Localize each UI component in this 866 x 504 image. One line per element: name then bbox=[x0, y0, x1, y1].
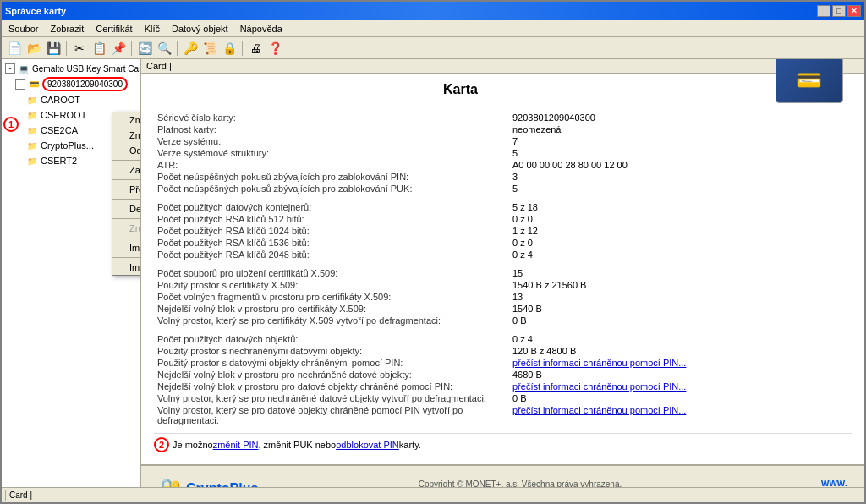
menu-napoveda[interactable]: Nápověda bbox=[235, 22, 288, 36]
read-pin-info-link-2[interactable]: přečíst informaci chráněnou pomocí PIN..… bbox=[512, 381, 686, 392]
main-window: Správce karty _ □ ✕ Soubor Zobrazit Cert… bbox=[0, 0, 866, 504]
table-row: Platnost karty: neomezená bbox=[154, 123, 852, 135]
toolbar: 📄 📂 💾 ✂ 📋 📌 🔄 🔍 🔑 📜 🔒 🖨 ❓ bbox=[2, 37, 864, 59]
tree-icon-cseroot: 📁 bbox=[25, 108, 39, 122]
ctx-odblokovani-pin[interactable]: Odblokování PIN... bbox=[112, 143, 141, 158]
tree-icon-root: 💻 bbox=[17, 62, 30, 75]
card-chip-icon: 💳 bbox=[797, 68, 822, 92]
toolbar-key[interactable]: 🔑 bbox=[181, 39, 200, 58]
unblock-pin-link[interactable]: odblokovat PIN bbox=[336, 440, 399, 450]
tree-root[interactable]: - 💻 Gemalto USB Key Smart Card I bbox=[3, 61, 139, 76]
footer-logo: 🔐 CryptoPlus bbox=[158, 478, 258, 488]
toolbar-sep-1 bbox=[66, 41, 67, 56]
row-value-link-1[interactable]: přečíst informaci chráněnou pomocí PIN..… bbox=[509, 357, 852, 369]
toolbar-cert[interactable]: 📜 bbox=[200, 39, 219, 58]
table-row: Počet použitých RSA klíčů 1536 bitů: 0 z… bbox=[154, 237, 852, 249]
read-pin-info-link-3[interactable]: přečíst informaci chráněnou pomocí PIN..… bbox=[512, 405, 686, 415]
row-label: Počet použitých RSA klíčů 512 bitů: bbox=[154, 213, 509, 225]
tree-node-caroot[interactable]: 📁 CAROOT bbox=[3, 92, 139, 107]
toolbar-paste[interactable]: 📌 bbox=[109, 39, 128, 58]
ctx-defragmentovat[interactable]: Defragmentovat bbox=[112, 201, 141, 216]
toolbar-cut[interactable]: ✂ bbox=[70, 39, 89, 58]
section-gap bbox=[154, 260, 852, 267]
card-image: 💳 bbox=[776, 59, 843, 103]
row-value: 1540 B bbox=[509, 303, 852, 315]
row-value-link-2[interactable]: přečíst informaci chráněnou pomocí PIN..… bbox=[509, 381, 852, 392]
toolbar-print[interactable]: 🖨 bbox=[246, 39, 265, 58]
toolbar-refresh[interactable]: 🔄 bbox=[135, 39, 154, 58]
context-menu: Změna PIN... Změna PUK... Odblokování PI… bbox=[112, 112, 141, 276]
row-value: 0 B bbox=[509, 315, 852, 326]
toolbar-copy[interactable]: 📋 bbox=[90, 39, 108, 58]
menu-certifikat[interactable]: Certifikát bbox=[90, 22, 137, 36]
ctx-sep-4 bbox=[112, 218, 141, 219]
card-title: Karta bbox=[154, 82, 852, 97]
ctx-sep-3 bbox=[112, 199, 141, 200]
row-value: A0 00 00 00 28 80 00 12 00 bbox=[509, 159, 852, 171]
bottom-note: 2 Je možno změnit PIN , změnit PUK nebo … bbox=[154, 433, 852, 456]
footer-logo-suffix: Plus bbox=[230, 481, 259, 488]
row-label: Počet neúspěšných pokusů zbývajících pro… bbox=[154, 183, 509, 194]
row-label: Počet použitých RSA klíčů 1024 bitů: bbox=[154, 225, 509, 237]
row-value-link-3[interactable]: přečíst informaci chráněnou pomocí PIN..… bbox=[509, 404, 852, 426]
toolbar-open[interactable]: 📂 bbox=[25, 39, 43, 58]
toolbar-new[interactable]: 📄 bbox=[5, 39, 24, 58]
ctx-import-datoveho[interactable]: Import datového objektu bbox=[112, 260, 141, 275]
tree-icon-caroot: 📁 bbox=[25, 93, 39, 107]
row-label: Verze systémové struktury: bbox=[154, 147, 509, 159]
toolbar-save[interactable]: 💾 bbox=[44, 39, 63, 58]
row-label: Nejdelší volný blok v prostoru pro certi… bbox=[154, 303, 509, 315]
table-row: Počet použitých datových kontejnerů: 5 z… bbox=[154, 201, 852, 213]
footer-lock-icon: 🔐 bbox=[158, 478, 181, 488]
tree-expand-card[interactable]: - bbox=[15, 79, 25, 90]
table-row: Použitý prostor s datovými objekty chrán… bbox=[154, 357, 852, 369]
row-value: 1540 B z 21560 B bbox=[509, 279, 852, 291]
row-value: 5 bbox=[509, 147, 852, 159]
table-row: Volný prostor, který se pro datové objek… bbox=[154, 404, 852, 426]
toolbar-search[interactable]: 🔍 bbox=[155, 39, 173, 58]
ctx-sep-5 bbox=[112, 238, 141, 238]
maximize-button[interactable]: □ bbox=[832, 5, 846, 17]
table-row: Verze systému: 7 bbox=[154, 135, 852, 147]
menu-zobrazit[interactable]: Zobrazit bbox=[45, 22, 89, 36]
ctx-zrusit-default[interactable]: Zrušit default klíč bbox=[112, 221, 141, 236]
circle-1-label: 1 bbox=[3, 117, 22, 132]
tree-icon-cse2ca: 📁 bbox=[25, 123, 39, 137]
close-button[interactable]: ✕ bbox=[847, 5, 861, 17]
row-value: 15 bbox=[509, 267, 852, 279]
table-row: Volný prostor, který se pro nechráněné d… bbox=[154, 392, 852, 404]
row-label: Počet volných fragmentů v prostoru pro c… bbox=[154, 291, 509, 303]
row-label: Platnost karty: bbox=[154, 123, 509, 135]
toolbar-sep-4 bbox=[242, 41, 243, 56]
table-row: Verze systémové struktury: 5 bbox=[154, 147, 852, 159]
footer-logo-text: CryptoPlus bbox=[186, 481, 258, 488]
minimize-button[interactable]: _ bbox=[817, 5, 830, 17]
menu-datovy-objekt[interactable]: Datový objekt bbox=[167, 22, 233, 36]
change-pin-link[interactable]: změnit PIN bbox=[213, 440, 259, 450]
tree-node-card[interactable]: - 💳 9203801209040300 bbox=[3, 76, 139, 92]
breadcrumb-bar: Card | bbox=[141, 59, 864, 74]
table-row: Nejdelší volný blok v prostoru pro nechr… bbox=[154, 369, 852, 381]
table-row: Nejdelší volný blok v prostoru pro certi… bbox=[154, 303, 852, 315]
card-content: 💳 Karta Sériové číslo karty: 92038012090… bbox=[141, 74, 864, 464]
row-label: Sériové číslo karty: bbox=[154, 112, 509, 123]
note-end: karty. bbox=[399, 440, 421, 450]
tree-cryptoplus-label: CryptoPlus... bbox=[41, 140, 94, 151]
title-bar: Správce karty _ □ ✕ bbox=[2, 2, 864, 20]
ctx-zapomenout-pin[interactable]: Zapomenout PIN bbox=[112, 162, 141, 178]
row-value: 9203801209040300 bbox=[509, 112, 852, 123]
ctx-zmena-pin[interactable]: Změna PIN... bbox=[112, 112, 141, 128]
ctx-zmena-puk[interactable]: Změna PUK... bbox=[112, 128, 141, 143]
title-bar-buttons: _ □ ✕ bbox=[817, 5, 861, 17]
tree-expand-root[interactable]: - bbox=[5, 63, 15, 74]
window-title: Správce karty bbox=[5, 6, 66, 16]
footer-website: www.cryptoplus.cz bbox=[782, 477, 847, 488]
ctx-precist-info[interactable]: Přečíst informace o zaplnění bbox=[112, 182, 141, 197]
toolbar-lock[interactable]: 🔒 bbox=[220, 39, 238, 58]
table-row: Použitý prostor s certifikáty X.509: 154… bbox=[154, 279, 852, 291]
read-pin-info-link-1[interactable]: přečíst informaci chráněnou pomocí PIN..… bbox=[512, 358, 686, 368]
menu-klic[interactable]: Klíč bbox=[140, 22, 165, 36]
toolbar-help[interactable]: ❓ bbox=[266, 39, 284, 58]
menu-soubor[interactable]: Soubor bbox=[3, 22, 43, 36]
ctx-import-klice[interactable]: Import klíče bbox=[112, 240, 141, 255]
